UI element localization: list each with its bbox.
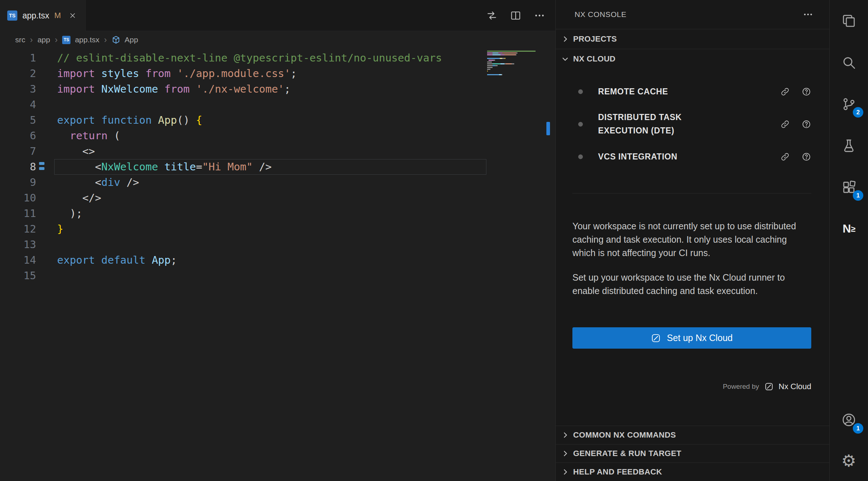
code-text: return ( [36, 128, 120, 144]
line-number: 8 [0, 159, 36, 175]
close-tab-icon[interactable] [69, 12, 77, 20]
connect-icon[interactable] [780, 87, 790, 97]
line-number: 5 [0, 112, 36, 128]
activity-testing[interactable] [830, 125, 868, 166]
code-text: import NxWelcome from './nx-welcome'; [36, 81, 291, 97]
setup-button-label: Set up Nx Cloud [667, 333, 732, 343]
activity-nx-console[interactable]: N≥ [830, 208, 868, 250]
nx-console-panel: NX CONSOLE PROJECTS NX CLOUD REMOTE CACH… [555, 0, 829, 481]
count-badge: 1 [853, 423, 863, 434]
minimap-line [487, 61, 546, 63]
activity-extensions[interactable]: 1 [830, 166, 868, 208]
section-label: NX CLOUD [573, 54, 615, 64]
chevron-down-icon [561, 55, 570, 63]
code-line-11[interactable]: 11 ); [0, 206, 555, 221]
code-line-14[interactable]: 14export default App; [0, 252, 555, 268]
workspace-status-text: Your workspace is not currently set up t… [572, 220, 811, 260]
line-number: 12 [0, 221, 36, 237]
breadcrumb-app[interactable]: app [38, 35, 50, 44]
minimap-line [487, 76, 546, 77]
section-help-and-feedback[interactable]: HELP AND FEEDBACK [556, 463, 829, 481]
code-text: export function App() { [36, 112, 202, 128]
line-number: 1 [0, 50, 36, 66]
files-icon [841, 13, 856, 29]
line-number: 3 [0, 81, 36, 97]
code-line-2[interactable]: 2import styles from './app.module.css'; [0, 66, 555, 81]
nx-cloud-logo-icon [764, 382, 774, 391]
chevron-separator: › [104, 35, 107, 45]
line-number: 14 [0, 252, 36, 268]
gear-icon: ⚙ [841, 452, 856, 469]
chevron-separator: › [30, 35, 33, 45]
code-line-1[interactable]: 1// eslint-disable-next-line @typescript… [0, 50, 555, 66]
breadcrumb-symbol[interactable]: App [125, 35, 138, 44]
code-line-3[interactable]: 3import NxWelcome from './nx-welcome'; [0, 81, 555, 97]
status-dot-icon [578, 154, 583, 159]
connect-icon[interactable] [780, 152, 790, 162]
typescript-file-icon: TS [7, 10, 17, 21]
minimap-line [487, 65, 546, 66]
typescript-file-icon: TS [62, 36, 70, 44]
code-line-13[interactable]: 13 [0, 237, 555, 252]
code-text: import styles from './app.module.css'; [36, 66, 297, 81]
minimap[interactable] [487, 51, 546, 78]
tab-bar: TS app.tsx M [0, 0, 555, 31]
section-common-nx-commands[interactable]: COMMON NX COMMANDS [556, 426, 829, 444]
breadcrumb-file[interactable]: app.tsx [75, 35, 99, 44]
status-dot-icon [578, 122, 583, 127]
editor-actions [485, 0, 546, 31]
code-text: // eslint-disable-next-line @typescript-… [36, 50, 442, 66]
count-badge: 1 [853, 190, 863, 201]
more-actions-icon[interactable] [533, 9, 546, 22]
minimap-line [487, 74, 546, 75]
nx-cloud-icon [651, 333, 661, 343]
code-text [36, 97, 57, 112]
panel-header: NX CONSOLE [556, 0, 829, 29]
divider [572, 193, 811, 193]
symbol-cube-icon [112, 35, 120, 44]
feature-label: VCS INTEGRATION [598, 150, 719, 163]
activity-search[interactable] [830, 42, 868, 83]
connect-icon[interactable] [780, 119, 790, 129]
split-editor-icon[interactable] [509, 9, 522, 22]
section-nx-cloud[interactable]: NX CLOUD [556, 49, 829, 69]
minimap-line [487, 71, 546, 72]
code-line-12[interactable]: 12} [0, 221, 555, 237]
help-icon[interactable] [802, 119, 811, 129]
setup-nx-cloud-button[interactable]: Set up Nx Cloud [572, 327, 811, 349]
activity-explorer[interactable] [830, 0, 868, 42]
code-line-6[interactable]: 6 return ( [0, 128, 555, 144]
overview-ruler-marker [546, 122, 550, 135]
beaker-icon [841, 138, 856, 153]
section-label: GENERATE & RUN TARGET [573, 449, 682, 458]
section-generate-run-target[interactable]: GENERATE & RUN TARGET [556, 444, 829, 463]
code-line-4[interactable]: 4 [0, 97, 555, 112]
activity-accounts[interactable]: 1 [830, 399, 868, 440]
code-line-10[interactable]: 10 </> [0, 190, 555, 206]
activity-source-control[interactable]: 2 [830, 83, 868, 125]
powered-by-row: Powered by Nx Cloud [572, 382, 811, 391]
code-line-7[interactable]: 7 <> [0, 144, 555, 159]
code-line-15[interactable]: 15 [0, 268, 555, 284]
section-projects[interactable]: PROJECTS [556, 29, 829, 49]
chevron-right-icon [561, 449, 570, 458]
git-modified-badge: M [54, 11, 61, 20]
help-icon[interactable] [802, 87, 811, 97]
tab-app-tsx[interactable]: TS app.tsx M [0, 0, 86, 31]
code-editor[interactable]: 1// eslint-disable-next-line @typescript… [0, 48, 555, 284]
minimap-line [487, 63, 546, 64]
line-number: 15 [0, 268, 36, 284]
more-actions-icon[interactable] [803, 9, 813, 20]
minimap-line [487, 56, 546, 57]
line-number: 4 [0, 97, 36, 112]
code-line-8[interactable]: 8 <NxWelcome title="Hi Mom" /> [0, 159, 555, 175]
chevron-right-icon [561, 35, 570, 43]
help-icon[interactable] [802, 152, 811, 162]
breadcrumb-src[interactable]: src [15, 35, 25, 44]
code-line-5[interactable]: 5export function App() { [0, 112, 555, 128]
activity-settings[interactable]: ⚙ [830, 440, 868, 481]
code-line-9[interactable]: 9 <div /> [0, 175, 555, 190]
feature-distributed-task-execution-dte: DISTRIBUTED TASK EXECUTION (DTE) [572, 108, 811, 140]
open-changes-icon[interactable] [485, 9, 498, 22]
minimap-line [487, 58, 546, 59]
